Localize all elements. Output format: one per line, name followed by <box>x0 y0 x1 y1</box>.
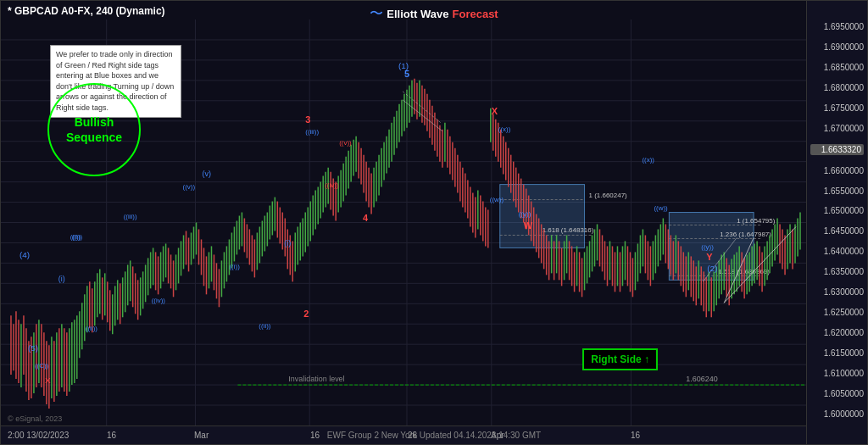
price-15: 1.6250000 <box>810 308 864 317</box>
price-20: 1.6000000 <box>810 409 864 419</box>
svg-text:1.618 (1.648316): 1.618 (1.648316) <box>542 226 594 234</box>
svg-text:(2): (2) <box>707 264 717 273</box>
svg-text:((i)): ((i)) <box>72 233 83 241</box>
price-3: 1.6850000 <box>810 63 864 72</box>
svg-text:((w)): ((w)) <box>490 196 504 203</box>
price-14: 1.6300000 <box>810 287 864 297</box>
svg-rect-28 <box>500 185 585 248</box>
logo-brand: Elliott Wave <box>387 8 448 20</box>
price-4: 1.6800000 <box>810 83 864 92</box>
svg-text:((v)): ((v)) <box>339 139 352 147</box>
svg-text:((y)): ((y)) <box>701 243 714 251</box>
svg-text:((iii)): ((iii)) <box>124 213 137 220</box>
svg-text:((ii)): ((ii)) <box>259 322 271 330</box>
svg-text:((x)): ((x)) <box>498 125 511 133</box>
svg-text:5: 5 <box>404 69 409 79</box>
chart-area: Invalidation level 1.606240 1 (1.660247)… <box>1 19 806 426</box>
time-16a: 16 <box>107 431 116 440</box>
chart-title: * GBPCAD A0-FX, 240 (Dynamic) <box>8 5 165 17</box>
price-5: 1.6750000 <box>810 103 864 113</box>
svg-text:X: X <box>45 375 51 385</box>
price-19: 1.6050000 <box>810 389 864 398</box>
price-8: 1.6600000 <box>810 166 864 175</box>
svg-text:((iv)): ((iv)) <box>152 297 166 304</box>
svg-text:X: X <box>492 106 498 116</box>
svg-text:((C)): ((C)) <box>35 362 49 370</box>
bullish-text: Bullish Sequence <box>66 114 122 145</box>
price-18: 1.6100000 <box>810 369 864 378</box>
svg-text:1 (1.660247): 1 (1.660247) <box>589 192 628 199</box>
chart-container: * GBPCAD A0-FX, 240 (Dynamic) 〜 Elliott … <box>0 0 868 445</box>
price-6: 1.6700000 <box>810 124 864 133</box>
price-9: 1.6550000 <box>810 186 864 196</box>
svg-text:W: W <box>524 220 533 231</box>
time-mar: Mar <box>194 431 209 440</box>
price-12: 1.6400000 <box>810 247 864 256</box>
svg-text:((ii)): ((ii)) <box>86 325 98 332</box>
price-current: 1.6633320 <box>810 144 864 155</box>
price-13: 1.6350000 <box>810 267 864 276</box>
price-10: 1.6500000 <box>810 206 864 215</box>
svg-text:((iii)): ((iii)) <box>305 128 319 136</box>
right-side-label: Right Side ↑ <box>591 353 649 365</box>
footer-ewf: EWF Group 2 New York Updated 04.14.2023 … <box>327 431 541 440</box>
svg-text:((i)): ((i)) <box>229 263 240 270</box>
svg-text:(i): (i) <box>58 275 65 283</box>
svg-text:(v): (v) <box>203 170 211 178</box>
svg-text:((v)): ((v)) <box>183 183 196 191</box>
svg-text:2: 2 <box>303 309 309 319</box>
svg-text:1.236 (1.647987): 1.236 (1.647987) <box>720 231 771 238</box>
right-side-badge: Right Side ↑ <box>582 348 658 370</box>
bullish-circle: Bullish Sequence <box>47 83 141 176</box>
svg-text:(4): (4) <box>19 250 30 259</box>
svg-text:((y)): ((y)) <box>519 210 531 218</box>
svg-text:1 (1.654795): 1 (1.654795) <box>737 217 776 225</box>
time-start: 2:00 13/02/2023 <box>8 431 69 440</box>
svg-text:((w)): ((w)) <box>654 204 668 212</box>
svg-text:3: 3 <box>305 114 310 125</box>
price-17: 1.6150000 <box>810 348 864 358</box>
svg-text:((iv)): ((iv)) <box>325 181 339 189</box>
svg-text:(i): (i) <box>284 239 291 248</box>
footer-copyright: © eSignal, 2023 <box>8 414 62 423</box>
price-11: 1.6450000 <box>810 226 864 236</box>
time-16b: 16 <box>310 431 320 440</box>
logo-forecast: Forecast <box>453 8 498 20</box>
svg-text:Y: Y <box>706 252 713 262</box>
svg-text:1.606240: 1.606240 <box>686 375 717 383</box>
price-axis: 1.6950000 1.6900000 1.6850000 1.6800000 … <box>806 1 867 444</box>
price-2: 1.6900000 <box>810 42 864 52</box>
svg-text:(5): (5) <box>28 343 38 353</box>
price-16: 1.6200000 <box>810 328 864 337</box>
time-16c: 16 <box>631 431 640 440</box>
svg-text:((x)): ((x)) <box>642 156 654 164</box>
svg-text:4: 4 <box>363 213 369 223</box>
svg-text:Invalidation level: Invalidation level <box>288 375 344 383</box>
price-1: 1.6950000 <box>810 22 864 31</box>
